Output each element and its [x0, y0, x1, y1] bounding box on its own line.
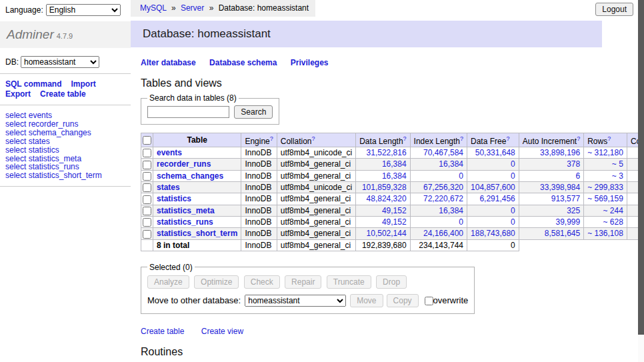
data-free-link[interactable]: 0 [511, 159, 515, 169]
data-length-link[interactable]: 49,152 [382, 206, 407, 215]
select-link[interactable]: select [5, 111, 26, 120]
check-button[interactable]: Check [244, 275, 280, 289]
data-length-link[interactable]: 16,384 [382, 159, 407, 169]
sidebar-table-link[interactable]: states [29, 137, 50, 146]
table-link[interactable]: statistics_short_term [157, 229, 237, 238]
select-link[interactable]: select [5, 154, 26, 163]
rows-link[interactable]: ~ 3 [612, 171, 623, 181]
breadcrumb-link-server[interactable]: Server [181, 3, 204, 13]
select-link[interactable]: select [5, 162, 26, 171]
sidebar-table-link[interactable]: statistics_runs [29, 162, 79, 171]
auto-increment-link[interactable]: 6 [575, 171, 580, 181]
index-length-link[interactable]: 16,384 [439, 206, 463, 215]
index-length-link[interactable]: 16,384 [439, 159, 463, 169]
rows-link[interactable]: ~ 312,180 [587, 148, 623, 157]
sidebar-table-link[interactable]: statistics_short_term [29, 171, 102, 180]
data-free-link[interactable]: 0 [511, 206, 515, 215]
rows-link[interactable]: ~ 569,159 [587, 194, 623, 203]
drop-button[interactable]: Drop [376, 275, 407, 289]
data-length-link[interactable]: 10,502,144 [367, 229, 407, 238]
move-button[interactable]: Move [350, 294, 383, 307]
data-free-link[interactable]: 188,743,680 [471, 229, 515, 238]
logout-button[interactable]: Logout [595, 3, 633, 16]
select-link[interactable]: select [5, 145, 26, 155]
sidebar-table-link[interactable]: statistics [29, 145, 59, 155]
help-link[interactable]: ? [460, 135, 463, 142]
data-free-link[interactable]: 104,857,600 [471, 183, 515, 192]
help-link[interactable]: ? [311, 135, 315, 142]
table-link[interactable]: events [157, 148, 182, 157]
sidebar-link-import[interactable]: Import [71, 79, 95, 89]
row-checkbox[interactable] [143, 149, 151, 157]
move-db-select[interactable]: homeassistant [245, 295, 346, 307]
help-link[interactable]: ? [506, 135, 509, 142]
link-database-schema[interactable]: Database schema [209, 58, 277, 67]
search-input[interactable] [147, 106, 229, 118]
help-link[interactable]: ? [607, 135, 611, 142]
repair-button[interactable]: Repair [285, 275, 321, 289]
scrollbar-thumb[interactable] [638, 0, 644, 335]
link-create-table[interactable]: Create table [141, 327, 184, 336]
table-link[interactable]: statistics_meta [157, 206, 215, 215]
data-free-link[interactable]: 6,291,456 [479, 194, 515, 203]
data-free-link[interactable]: 50,331,648 [475, 148, 515, 157]
overwrite-checkbox[interactable] [425, 297, 433, 305]
optimize-button[interactable]: Optimize [194, 275, 239, 289]
row-checkbox[interactable] [143, 230, 151, 239]
rows-link[interactable]: ~ 136,108 [587, 229, 623, 238]
auto-increment-link[interactable]: 325 [567, 206, 580, 215]
data-length-link[interactable]: 49,152 [382, 217, 407, 227]
link-alter-database[interactable]: Alter database [141, 58, 196, 67]
auto-increment-link[interactable]: 8,581,645 [545, 229, 580, 238]
auto-increment-link[interactable]: 39,999 [555, 217, 580, 227]
link-privileges[interactable]: Privileges [291, 58, 329, 67]
help-link[interactable]: ? [403, 135, 407, 142]
data-free-link[interactable]: 0 [511, 217, 515, 227]
rows-link[interactable]: ~ 628 [603, 217, 623, 227]
rows-link[interactable]: ~ 299,833 [587, 183, 623, 192]
help-link[interactable]: ? [270, 135, 273, 142]
sidebar-link-sql-command[interactable]: SQL command [5, 79, 61, 89]
sidebar-link-export[interactable]: Export [5, 89, 31, 99]
row-checkbox[interactable] [143, 183, 151, 192]
table-link[interactable]: recorder_runs [157, 159, 211, 169]
truncate-button[interactable]: Truncate [327, 275, 371, 289]
scrollbar[interactable] [638, 0, 644, 362]
row-checkbox[interactable] [143, 207, 151, 215]
data-length-link[interactable]: 31,522,816 [367, 148, 407, 157]
help-link[interactable]: ? [577, 135, 580, 142]
index-length-link[interactable]: 0 [459, 171, 463, 181]
data-length-link[interactable]: 101,859,328 [362, 183, 407, 192]
table-link[interactable]: statistics [157, 194, 191, 203]
data-length-link[interactable]: 16,384 [382, 171, 407, 181]
link-create-view[interactable]: Create view [201, 327, 243, 336]
sidebar-table-link[interactable]: statistics_meta [29, 154, 81, 163]
auto-increment-link[interactable]: 913,577 [551, 194, 580, 203]
table-link[interactable]: statistics_runs [157, 217, 213, 227]
auto-increment-link[interactable]: 33,898,196 [540, 148, 580, 157]
analyze-button[interactable]: Analyze [147, 275, 189, 289]
select-all-checkbox[interactable] [143, 136, 151, 145]
sidebar-link-create-table[interactable]: Create table [40, 89, 86, 99]
data-free-link[interactable]: 0 [511, 171, 515, 181]
sidebar-table-link[interactable]: events [29, 111, 52, 120]
auto-increment-link[interactable]: 33,398,984 [540, 183, 580, 192]
table-link[interactable]: schema_changes [157, 171, 223, 181]
sidebar-table-link[interactable]: recorder_runs [29, 119, 79, 129]
index-length-link[interactable]: 24,166,400 [423, 229, 463, 238]
row-checkbox[interactable] [143, 172, 151, 181]
select-link[interactable]: select [5, 119, 26, 129]
row-checkbox[interactable] [143, 218, 151, 227]
copy-button[interactable]: Copy [387, 294, 419, 307]
data-length-link[interactable]: 48,824,320 [367, 194, 407, 203]
select-link[interactable]: select [5, 128, 26, 137]
row-checkbox[interactable] [143, 195, 151, 204]
rows-link[interactable]: ~ 244 [603, 206, 623, 215]
table-link[interactable]: states [157, 183, 180, 192]
select-link[interactable]: select [5, 137, 26, 146]
search-button[interactable]: Search [234, 105, 273, 119]
db-select[interactable]: homeassistant [21, 56, 99, 68]
index-length-link[interactable]: 72,220,672 [423, 194, 463, 203]
sidebar-table-link[interactable]: schema_changes [29, 128, 91, 137]
breadcrumb-link-mysql[interactable]: MySQL [140, 3, 167, 13]
